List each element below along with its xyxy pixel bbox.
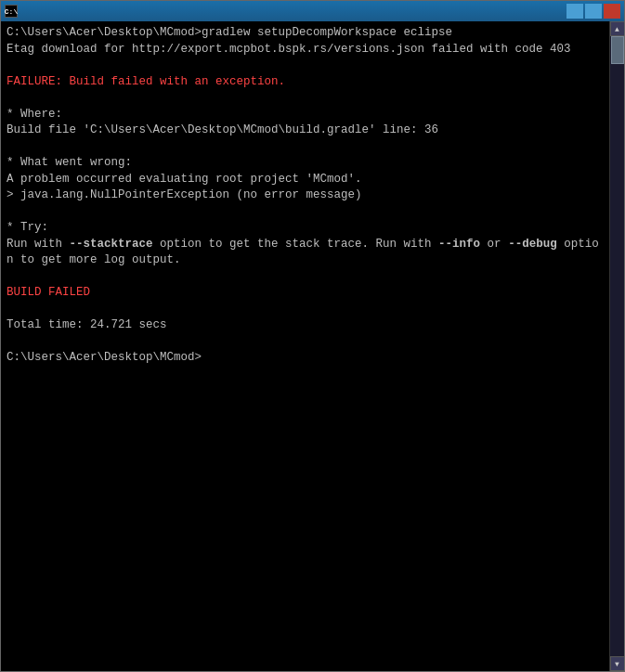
titlebar-controls (566, 4, 620, 19)
cmd-icon: C:\ (5, 5, 18, 18)
minimize-button[interactable] (566, 4, 583, 19)
titlebar-left: C:\ (5, 5, 21, 18)
console-area: C:\Users\Acer\Desktop\MCmod>gradlew setu… (1, 21, 624, 671)
scroll-down-button[interactable]: ▼ (610, 656, 625, 671)
console-line: FAILURE: Build failed with an exception. (7, 75, 285, 88)
scrollbar-track[interactable] (610, 36, 624, 656)
console-line: BUILD FAILED (7, 286, 90, 299)
console-line: * Where: (7, 108, 62, 121)
cmd-window: C:\ C:\Users\Acer\Desktop\MCmod>gradlew … (0, 0, 625, 672)
console-line: C:\Users\Acer\Desktop\MCmod> (7, 351, 202, 364)
close-button[interactable] (604, 4, 620, 19)
console-line: C:\Users\Acer\Desktop\MCmod>gradlew setu… (7, 26, 452, 39)
console-line: A problem occurred evaluating root proje… (7, 173, 362, 186)
console-line: Etag download for http://export.mcpbot.b… (7, 43, 571, 56)
titlebar: C:\ (1, 1, 624, 21)
console-line: Run with --stacktrace option to get the … (7, 238, 599, 267)
console-line: Total time: 24.721 secs (7, 318, 167, 331)
maximize-button[interactable] (585, 4, 602, 19)
console-line: Build file 'C:\Users\Acer\Desktop\MCmod\… (7, 123, 438, 136)
console-line: * What went wrong: (7, 156, 132, 169)
console-line: > java.lang.NullPointerException (no err… (7, 188, 362, 201)
scroll-up-button[interactable]: ▲ (610, 21, 625, 36)
console-line: * Try: (7, 221, 48, 234)
scrollbar[interactable]: ▲ ▼ (609, 21, 624, 671)
scrollbar-thumb[interactable] (611, 36, 624, 64)
console-content[interactable]: C:\Users\Acer\Desktop\MCmod>gradlew setu… (1, 21, 609, 671)
